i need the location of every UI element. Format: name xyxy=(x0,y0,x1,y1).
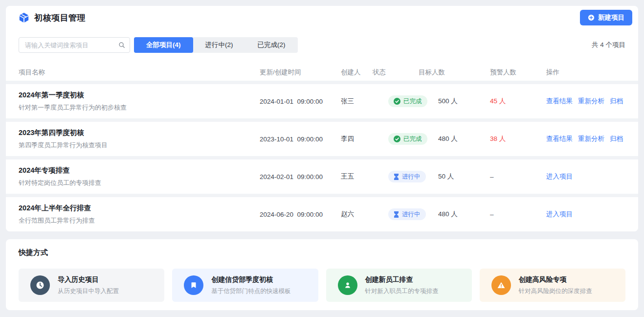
status-label: 进行中 xyxy=(402,210,421,219)
project-name-cell: 2024年第一季度初核 针对第一季度员工异常行为的初步核查 xyxy=(19,91,260,112)
action-archive[interactable]: 归档 xyxy=(610,135,623,143)
project-warning: – xyxy=(490,173,546,181)
status-label: 进行中 xyxy=(402,173,421,181)
project-desc: 针对特定岗位员工的专项排查 xyxy=(19,179,260,187)
hourglass-icon xyxy=(394,211,399,218)
shortcut-text: 创建高风险专项 针对高风险岗位的深度排查 xyxy=(519,275,592,295)
project-name: 2024年第一季度初核 xyxy=(19,91,260,100)
col-status: 状态 xyxy=(373,68,419,77)
col-time: 更新/创建时间 xyxy=(260,68,341,77)
project-name-cell: 2024年上半年全行排查 全行范围员工异常行为排查 xyxy=(19,204,260,225)
project-target: 500 人 xyxy=(419,97,490,106)
shortcut-new-employee[interactable]: 创建新员工排查 针对新入职员工的专项排查 xyxy=(326,269,472,302)
table-row: 2024年专项排查 针对特定岗位员工的专项排查 2024-02-01 09:00… xyxy=(6,156,638,194)
col-creator: 创建人 xyxy=(341,68,373,77)
project-management-panel: 初核项目管理 新建项目 全部项目(4) 进行中(2) xyxy=(6,6,638,231)
shortcut-title: 创建信贷部季度初核 xyxy=(211,275,291,284)
titlebar: 初核项目管理 新建项目 xyxy=(6,6,638,29)
action-enter-project[interactable]: 进入项目 xyxy=(546,210,573,219)
project-time: 2023-10-01 09:00:00 xyxy=(260,136,341,143)
status-cell: 已完成 xyxy=(373,133,419,145)
shortcuts-title: 快捷方式 xyxy=(19,248,625,257)
shortcut-title: 创建高风险专项 xyxy=(519,275,592,284)
project-name-cell: 2024年专项排查 针对特定岗位员工的专项排查 xyxy=(19,166,260,187)
project-desc: 针对第一季度员工异常行为的初步核查 xyxy=(19,103,260,112)
col-target: 目标人数 xyxy=(419,68,490,77)
cube-icon xyxy=(19,12,29,23)
table-row: 2024年第一季度初核 针对第一季度员工异常行为的初步核查 2024-01-01… xyxy=(6,81,638,118)
toolbar: 全部项目(4) 进行中(2) 已完成(2) 共 4 个项目 xyxy=(6,29,638,64)
table-header: 项目名称 更新/创建时间 创建人 状态 目标人数 预警人数 操作 xyxy=(6,64,638,81)
project-name: 2024年专项排查 xyxy=(19,166,260,175)
project-creator: 王五 xyxy=(341,172,373,181)
action-view-results[interactable]: 查看结果 xyxy=(546,135,573,143)
project-warning: – xyxy=(490,211,546,218)
project-name-cell: 2023年第四季度初核 第四季度员工异常行为核查项目 xyxy=(19,128,260,150)
project-warning: 38 人 xyxy=(490,135,546,143)
bookmark-icon xyxy=(184,275,203,295)
new-project-label: 新建项目 xyxy=(598,13,624,22)
shortcut-text: 创建信贷部季度初核 基于信贷部门特点的快速模板 xyxy=(211,275,291,295)
project-name: 2023年第四季度初核 xyxy=(19,128,260,137)
project-name: 2024年上半年全行排查 xyxy=(19,204,260,213)
shortcut-desc: 从历史项目中导入配置 xyxy=(58,287,119,295)
table-row: 2024年上半年全行排查 全行范围员工异常行为排查 2024-06-20 09:… xyxy=(6,194,638,231)
shortcut-desc: 针对高风险岗位的深度排查 xyxy=(519,287,592,295)
project-desc: 全行范围员工异常行为排查 xyxy=(19,216,260,225)
user-icon xyxy=(338,275,357,295)
actions-cell: 进入项目 xyxy=(546,172,625,181)
plus-circle-icon xyxy=(588,14,595,21)
check-circle-icon xyxy=(394,136,400,142)
shortcut-text: 导入历史项目 从历史项目中导入配置 xyxy=(58,275,119,295)
page: 初核项目管理 新建项目 全部项目(4) 进行中(2) xyxy=(0,0,644,316)
shortcut-credit-quarterly[interactable]: 创建信贷部季度初核 基于信贷部门特点的快速模板 xyxy=(172,269,318,302)
project-time: 2024-06-20 09:00:00 xyxy=(260,211,341,218)
status-cell: 进行中 xyxy=(373,208,419,220)
project-target: 480 人 xyxy=(419,135,490,143)
action-archive[interactable]: 归档 xyxy=(610,97,623,106)
shortcut-cards: 导入历史项目 从历史项目中导入配置 创建信贷部季度初核 基于信贷部门特点的快速模… xyxy=(19,269,625,302)
action-reanalyze[interactable]: 重新分析 xyxy=(578,97,604,106)
project-time: 2024-02-01 09:00:00 xyxy=(260,173,341,181)
project-target: 50 人 xyxy=(419,172,490,181)
actions-cell: 查看结果 重新分析 归档 xyxy=(546,135,625,143)
project-warning: 45 人 xyxy=(490,97,546,106)
clock-icon xyxy=(30,275,50,295)
search-input[interactable] xyxy=(19,37,130,53)
tab-completed[interactable]: 已完成(2) xyxy=(245,37,298,53)
filter-tabs: 全部项目(4) 进行中(2) 已完成(2) xyxy=(134,37,298,53)
shortcuts-panel: 快捷方式 导入历史项目 从历史项目中导入配置 xyxy=(6,239,638,310)
total-count-text: 共 4 个项目 xyxy=(592,41,625,49)
shortcut-title: 创建新员工排查 xyxy=(365,275,439,284)
table-row: 2023年第四季度初核 第四季度员工异常行为核查项目 2023-10-01 09… xyxy=(6,118,638,156)
action-view-results[interactable]: 查看结果 xyxy=(546,97,573,106)
shortcut-text: 创建新员工排查 针对新入职员工的专项排查 xyxy=(365,275,439,295)
search-icon[interactable] xyxy=(118,42,125,48)
shortcut-desc: 基于信贷部门特点的快速模板 xyxy=(211,287,291,295)
action-enter-project[interactable]: 进入项目 xyxy=(546,172,573,181)
col-warning: 预警人数 xyxy=(490,68,546,77)
col-project-name: 项目名称 xyxy=(19,68,260,77)
status-cell: 已完成 xyxy=(373,95,419,107)
hourglass-icon xyxy=(394,174,399,180)
actions-cell: 进入项目 xyxy=(546,210,625,219)
project-time: 2024-01-01 09:00:00 xyxy=(260,98,341,105)
actions-cell: 查看结果 重新分析 归档 xyxy=(546,97,625,106)
project-creator: 赵六 xyxy=(341,210,373,219)
project-target: 480 人 xyxy=(419,210,490,219)
title-group: 初核项目管理 xyxy=(19,12,86,23)
shortcut-import-history[interactable]: 导入历史项目 从历史项目中导入配置 xyxy=(19,269,164,302)
project-creator: 张三 xyxy=(341,97,373,106)
col-actions: 操作 xyxy=(546,68,625,77)
shortcut-high-risk[interactable]: 创建高风险专项 针对高风险岗位的深度排查 xyxy=(480,269,625,302)
action-reanalyze[interactable]: 重新分析 xyxy=(578,135,604,143)
new-project-button[interactable]: 新建项目 xyxy=(580,10,632,25)
search-box xyxy=(19,37,130,53)
shortcut-desc: 针对新入职员工的专项排查 xyxy=(365,287,439,295)
project-desc: 第四季度员工异常行为核查项目 xyxy=(19,141,260,150)
tab-all-projects[interactable]: 全部项目(4) xyxy=(134,37,193,53)
tab-in-progress[interactable]: 进行中(2) xyxy=(193,37,245,53)
project-creator: 李四 xyxy=(341,135,373,143)
shortcut-title: 导入历史项目 xyxy=(58,275,119,284)
status-cell: 进行中 xyxy=(373,171,419,182)
